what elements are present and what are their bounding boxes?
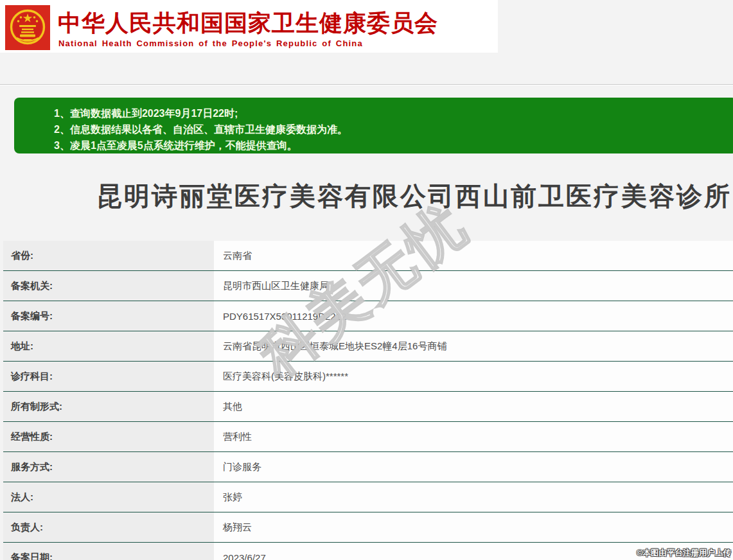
notice-line: 1、查询数据截止到2023年9月17日22时; [54, 105, 733, 121]
table-row-medical-subjects: 诊疗科目: 医疗美容科(美容皮肤科)****** [3, 362, 733, 392]
row-value: 医疗美容科(美容皮肤科)****** [214, 362, 733, 391]
site-header: 中华人民共和国国家卫生健康委员会 National Health Commiss… [0, 0, 498, 53]
row-label: 备案编号: [3, 301, 214, 331]
record-table: 省份: 云南省 备案机关: 昆明市西山区卫生健康局 备案编号: PDY61517… [3, 241, 733, 560]
row-value: 昆明市西山区卫生健康局 [214, 271, 733, 301]
page-title: 昆明诗丽堂医疗美容有限公司西山前卫医疗美容诊所 [96, 179, 732, 214]
row-value: 张婷 [214, 482, 733, 512]
table-row-service-mode: 服务方式: 门诊服务 [3, 452, 733, 482]
row-label: 备案机关: [3, 271, 214, 301]
site-title-en: National Health Commission of the People… [58, 39, 363, 48]
row-value: 营利性 [214, 422, 733, 451]
table-row-responsible-person: 负责人: 杨翔云 [3, 512, 733, 543]
row-value: 其他 [214, 392, 733, 421]
row-value: PDY61517X53011219D2212 [214, 301, 733, 331]
row-label: 地址: [3, 331, 214, 361]
row-value: 杨翔云 [214, 512, 733, 542]
row-value: 云南省 [214, 241, 733, 270]
notice-banner: 1、查询数据截止到2023年9月17日22时; 2、信息数据结果以各省、自治区、… [14, 98, 733, 153]
table-row-legal-person: 法人: 张婷 [3, 482, 733, 512]
row-label: 负责人: [3, 512, 214, 542]
row-value: 门诊服务 [214, 452, 733, 482]
row-label: 服务方式: [3, 452, 214, 482]
upload-copyright: ©本图由平台注册用户上传 [637, 548, 731, 559]
table-row-ownership-form: 所有制形式: 其他 [3, 392, 733, 422]
row-label: 法人: [3, 482, 214, 512]
china-national-emblem-icon [5, 5, 50, 50]
table-row-filing-date: 备案日期: 2023/6/27 [3, 543, 733, 560]
row-value: 云南省昆明市西山区恒泰城E地块ES2幢4层16号商铺 [214, 331, 733, 361]
row-label: 备案日期: [3, 543, 214, 560]
header-divider [0, 84, 733, 85]
table-row-filing-authority: 备案机关: 昆明市西山区卫生健康局 [3, 271, 733, 301]
row-label: 经营性质: [3, 422, 214, 451]
table-row-province: 省份: 云南省 [3, 241, 733, 271]
row-label: 诊疗科目: [3, 362, 214, 391]
site-title-cn: 中华人民共和国国家卫生健康委员会 [58, 8, 438, 39]
notice-line: 3、凌晨1点至凌晨5点系统进行维护，不能提供查询。 [54, 137, 733, 153]
notice-line: 2、信息数据结果以各省、自治区、直辖市卫生健康委数据为准。 [54, 121, 733, 137]
row-label: 所有制形式: [3, 392, 214, 421]
row-label: 省份: [3, 241, 214, 270]
table-row-address: 地址: 云南省昆明市西山区恒泰城E地块ES2幢4层16号商铺 [3, 331, 733, 362]
table-row-operating-nature: 经营性质: 营利性 [3, 422, 733, 452]
table-row-filing-number: 备案编号: PDY61517X53011219D2212 [3, 301, 733, 331]
